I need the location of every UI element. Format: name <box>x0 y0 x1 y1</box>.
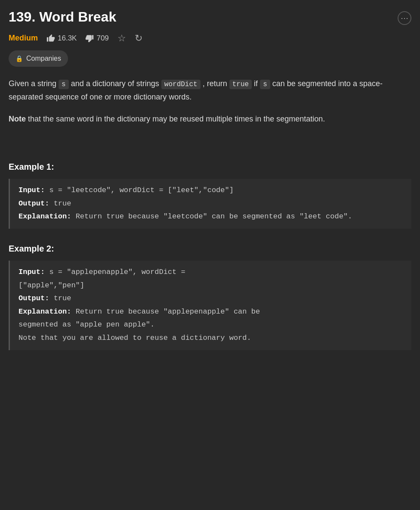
companies-badge[interactable]: 🔒 Companies <box>9 50 68 67</box>
inline-code-true: true <box>229 80 252 89</box>
page-header: 139. Word Break ⋯ <box>9 9 411 25</box>
thumbs-up-icon <box>46 34 55 43</box>
desc-text-after-s: and a dictionary of strings <box>71 79 161 88</box>
example-1-section: Example 1: Input: s = "leetcode", wordDi… <box>9 160 411 229</box>
note-bold: Note <box>9 115 26 123</box>
downvote-count: 709 <box>96 34 108 43</box>
thumbs-down-icon <box>85 34 94 43</box>
example-1-input-line: Input: s = "leetcode", wordDict = ["leet… <box>19 184 403 197</box>
inline-code-s2: s <box>260 80 270 89</box>
desc-text-before-s: Given a string <box>9 79 56 88</box>
example-1-input-value: s = "leetcode", wordDict = ["leet","code… <box>49 186 233 194</box>
input-label-2: Input: <box>19 268 45 276</box>
example-2-explanation-line: Explanation: Return true because "applep… <box>19 305 403 345</box>
example-1-explanation-line: Explanation: Return true because "leetco… <box>19 210 403 224</box>
output-label-2: Output: <box>19 294 49 302</box>
upvote-button[interactable]: 16.3K <box>46 34 77 43</box>
downvote-button[interactable]: 709 <box>85 34 108 43</box>
inline-code-s: s <box>59 80 69 89</box>
meta-row: Medium 16.3K 709 ☆ ↻ <box>9 32 411 44</box>
example-2-input-line: Input: s = "applepenapple", wordDict =["… <box>19 266 403 292</box>
example-2-output-line: Output: true <box>19 292 403 305</box>
refresh-button[interactable]: ↻ <box>135 33 142 44</box>
more-options-button[interactable]: ⋯ <box>398 11 411 25</box>
explanation-label: Explanation: <box>19 212 71 221</box>
upvote-count: 16.3K <box>58 34 77 43</box>
example-2-title: Example 2: <box>9 242 411 255</box>
desc-text-return: , return <box>203 79 229 88</box>
lock-icon: 🔒 <box>15 54 23 63</box>
example-2-output-value: true <box>54 294 71 302</box>
companies-label: Companies <box>26 53 61 64</box>
example-2-section: Example 2: Input: s = "applepenapple", w… <box>9 242 411 350</box>
note-content: that the same word in the dictionary may… <box>28 115 325 123</box>
inline-code-worddict: wordDict <box>161 80 201 89</box>
difficulty-badge: Medium <box>9 32 38 44</box>
note-text: Note that the same word in the dictionar… <box>9 112 411 126</box>
example-1-title: Example 1: <box>9 160 411 174</box>
example-1-block: Input: s = "leetcode", wordDict = ["leet… <box>9 179 411 229</box>
output-label: Output: <box>19 199 49 208</box>
example-2-block: Input: s = "applepenapple", wordDict =["… <box>9 261 411 350</box>
problem-description: Given a string s and a dictionary of str… <box>9 77 411 104</box>
star-button[interactable]: ☆ <box>117 33 126 44</box>
input-label: Input: <box>19 186 45 194</box>
example-1-output-line: Output: true <box>19 197 403 211</box>
example-1-output-value: true <box>54 199 71 208</box>
explanation-label-2: Explanation: <box>19 308 71 316</box>
desc-text-if: if <box>254 79 260 88</box>
example-1-explanation-value: Return true because "leetcode" can be se… <box>76 212 352 221</box>
problem-title: 139. Word Break <box>9 9 116 25</box>
